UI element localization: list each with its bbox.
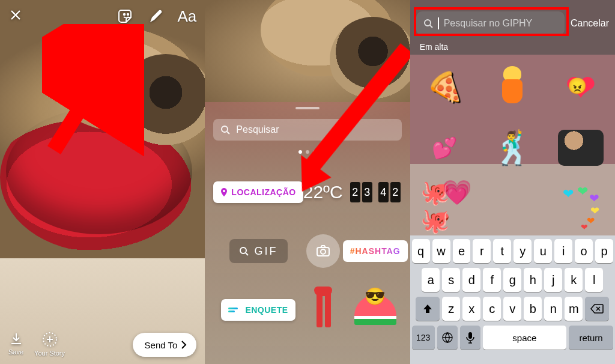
- save-label: Save: [8, 348, 23, 356]
- trending-gif-grid: 🍕 ❤ 💕 🕺 🐙💗🐙 ❤ ❤ ❤ ❤ ❤ ❤: [410, 58, 615, 235]
- clock-digit: 4: [378, 182, 389, 202]
- key-shift[interactable]: [416, 297, 440, 321]
- panel-sticker-drawer: Pesquisar LOCALIZAÇÃO 22ºC 2 3 4 2 GIF: [205, 0, 410, 364]
- photo-dog-head: [118, 54, 205, 150]
- key-i[interactable]: i: [554, 239, 572, 263]
- editor-bottom-bar: Save Your Story Send To: [0, 332, 205, 357]
- location-sticker[interactable]: LOCALIZAÇÃO: [213, 181, 303, 203]
- key-d[interactable]: d: [462, 268, 480, 292]
- text-tool-button[interactable]: Aa: [178, 7, 197, 26]
- gif-empty: [488, 183, 536, 231]
- gif-lisa-simpson[interactable]: [488, 64, 536, 112]
- gif-label: GIF: [255, 245, 278, 258]
- key-backspace[interactable]: [585, 297, 609, 321]
- svg-point-3: [222, 126, 228, 132]
- key-z[interactable]: z: [442, 297, 460, 321]
- gif-dancing-man[interactable]: 🕺: [488, 124, 536, 172]
- gif-kissing-creatures[interactable]: 🐙💗🐙: [420, 183, 468, 231]
- send-to-label: Send To: [145, 340, 178, 350]
- poll-bars-icon: [228, 308, 238, 312]
- search-icon: [239, 246, 249, 256]
- gif-pizza[interactable]: 🍕: [416, 60, 472, 116]
- sticker-tool-button[interactable]: [118, 8, 135, 25]
- draw-tool-button[interactable]: [148, 8, 165, 25]
- photo-dog-head: [330, 17, 410, 103]
- key-a[interactable]: a: [422, 268, 440, 292]
- key-c[interactable]: c: [483, 297, 501, 321]
- close-button[interactable]: [8, 8, 23, 25]
- key-f[interactable]: f: [483, 268, 501, 292]
- key-o[interactable]: o: [575, 239, 593, 263]
- poll-sticker[interactable]: ENQUETE: [221, 299, 295, 321]
- key-g[interactable]: g: [503, 268, 521, 292]
- key-j[interactable]: j: [544, 268, 562, 292]
- svg-point-5: [240, 247, 246, 253]
- keyboard-row-1: q w e r t y u i o p: [412, 239, 613, 263]
- keyboard-row-4: 123 space return: [412, 326, 613, 350]
- giphy-search-field[interactable]: Pesquisar no GIPHY: [416, 11, 565, 35]
- ios-keyboard: q w e r t y u i o p a s d f g h j k l z: [410, 235, 615, 364]
- scarf-sticker[interactable]: [308, 287, 338, 333]
- shift-icon: [422, 303, 433, 314]
- camera-sticker[interactable]: [306, 234, 340, 268]
- temperature-sticker[interactable]: 22ºC: [303, 182, 343, 202]
- svg-point-8: [425, 20, 431, 26]
- search-icon: [423, 19, 433, 28]
- your-story-label: Your Story: [34, 350, 65, 357]
- trending-header: Em alta: [420, 42, 448, 52]
- key-numbers[interactable]: 123: [412, 326, 435, 350]
- giphy-top-bar: Pesquisar no GIPHY Cancelar: [416, 10, 609, 37]
- key-s[interactable]: s: [442, 268, 460, 292]
- drawer-handle[interactable]: [295, 107, 320, 109]
- key-w[interactable]: w: [432, 239, 450, 263]
- chevron-right-icon: [181, 341, 187, 349]
- gif-angry-heart[interactable]: ❤: [557, 64, 605, 112]
- your-story-button[interactable]: Your Story: [34, 332, 65, 357]
- key-k[interactable]: k: [565, 268, 583, 292]
- hashtag-sticker[interactable]: #HASHTAG: [343, 240, 408, 262]
- send-to-button[interactable]: Send To: [133, 333, 197, 357]
- key-x[interactable]: x: [462, 297, 480, 321]
- backspace-icon: [590, 304, 604, 314]
- key-n[interactable]: n: [544, 297, 562, 321]
- sticker-search-field[interactable]: Pesquisar: [213, 119, 401, 141]
- key-h[interactable]: h: [524, 268, 542, 292]
- search-icon: [220, 125, 230, 135]
- key-l[interactable]: l: [585, 268, 603, 292]
- key-dictation[interactable]: [460, 326, 480, 350]
- clock-sticker[interactable]: 2 3 4 2: [350, 182, 401, 202]
- keyboard-row-3: z x c v b n m: [412, 297, 613, 321]
- key-y[interactable]: y: [514, 239, 532, 263]
- key-t[interactable]: t: [493, 239, 511, 263]
- gif-man-photo[interactable]: [557, 124, 605, 172]
- pin-icon: [220, 188, 228, 196]
- key-q[interactable]: q: [412, 239, 430, 263]
- key-e[interactable]: e: [453, 239, 471, 263]
- sticker-grid: LOCALIZAÇÃO 22ºC 2 3 4 2 GIF #HASHTAG: [205, 165, 410, 364]
- text-cursor: [438, 17, 439, 29]
- gif-search-button[interactable]: GIF: [229, 239, 288, 263]
- panel-giphy-search: Pesquisar no GIPHY Cancelar Em alta 🍕 ❤ …: [410, 0, 615, 364]
- key-return[interactable]: return: [569, 326, 613, 350]
- svg-rect-10: [468, 332, 472, 339]
- key-u[interactable]: u: [534, 239, 552, 263]
- gif-rainbow-hearts[interactable]: ❤ ❤ ❤ ❤ ❤ ❤: [557, 183, 605, 231]
- page-indicator: [298, 150, 317, 154]
- svg-point-4: [223, 190, 225, 192]
- svg-point-0: [123, 14, 124, 15]
- key-r[interactable]: r: [473, 239, 491, 263]
- key-v[interactable]: v: [503, 297, 521, 321]
- key-b[interactable]: b: [524, 297, 542, 321]
- cancel-button[interactable]: Cancelar: [571, 18, 609, 29]
- key-p[interactable]: p: [595, 239, 613, 263]
- clock-digit: 2: [350, 182, 360, 202]
- key-globe[interactable]: [437, 326, 458, 350]
- keyboard-row-2: a s d f g h j k l: [412, 268, 613, 292]
- poll-label: ENQUETE: [245, 305, 288, 315]
- save-button[interactable]: Save: [8, 332, 23, 357]
- key-m[interactable]: m: [565, 297, 583, 321]
- watermelon-sticker[interactable]: [354, 295, 396, 325]
- key-space[interactable]: space: [483, 326, 566, 350]
- gif-two-hearts[interactable]: 💕: [420, 124, 468, 172]
- giphy-search-placeholder: Pesquisar no GIPHY: [444, 18, 533, 29]
